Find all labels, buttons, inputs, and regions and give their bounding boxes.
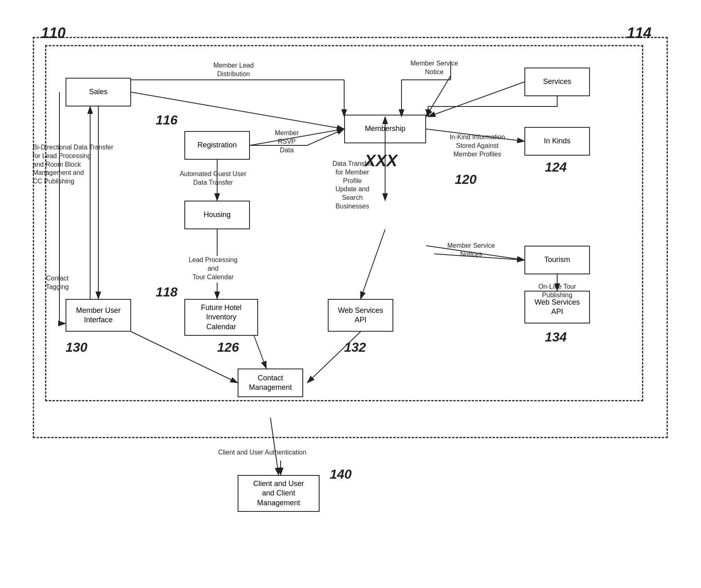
label-member-service-notice: Member Service Notice: [397, 59, 471, 77]
label-xxx: XXX: [365, 152, 397, 170]
ref-124: 124: [545, 160, 567, 175]
label-lead-processing: Lead Processing and Tour Calendar: [172, 256, 254, 281]
label-114: 114: [627, 25, 651, 42]
ref-134: 134: [545, 330, 567, 345]
label-bi-directional: Bi-Directional Data Transfer for Lead Pr…: [33, 143, 115, 186]
label-client-user-auth: Client and User Authentication: [205, 448, 320, 457]
node-housing: Housing: [184, 201, 250, 229]
ref-118: 118: [156, 285, 177, 300]
node-membership: Membership: [344, 115, 426, 143]
label-on-line-tour: On-Line Tour Publishing: [524, 283, 590, 300]
label-member-rsvp-data: Member RSVP Data: [264, 129, 309, 154]
label-automated-guest: Automated Guest User Data Transfer: [172, 170, 254, 187]
node-in-kinds: In Kinds: [524, 127, 590, 156]
node-member-user-interface: Member User Interface: [66, 299, 131, 332]
node-client-user-management: Client and User and Client Management: [238, 475, 320, 512]
label-in-kind-info: In-Kind Information Stored Against Membe…: [434, 133, 520, 158]
ref-130: 130: [66, 340, 87, 355]
node-registration: Registration: [184, 131, 250, 160]
node-web-services-api-1: Web Services API: [328, 299, 393, 332]
ref-120: 120: [455, 172, 476, 187]
ref-140: 140: [330, 467, 352, 482]
diagram-wrapper: 110 114 Sales Registration Membership Se…: [20, 12, 684, 577]
node-services: Services: [524, 68, 590, 96]
ref-126: 126: [217, 340, 239, 355]
label-contact-tagging: Contact Tagging: [33, 274, 82, 292]
node-contact-management: Contact Management: [238, 369, 303, 397]
label-110: 110: [41, 25, 66, 42]
node-future-hotel: Future Hotel Inventory Calendar: [184, 299, 258, 336]
node-tourism: Tourism: [524, 246, 590, 274]
label-member-lead-distribution: Member Lead Distribution: [197, 61, 270, 79]
node-sales: Sales: [66, 78, 131, 106]
ref-132: 132: [344, 340, 366, 355]
label-member-service-notices: Member Service Notices: [434, 242, 508, 259]
ref-116: 116: [156, 113, 177, 128]
